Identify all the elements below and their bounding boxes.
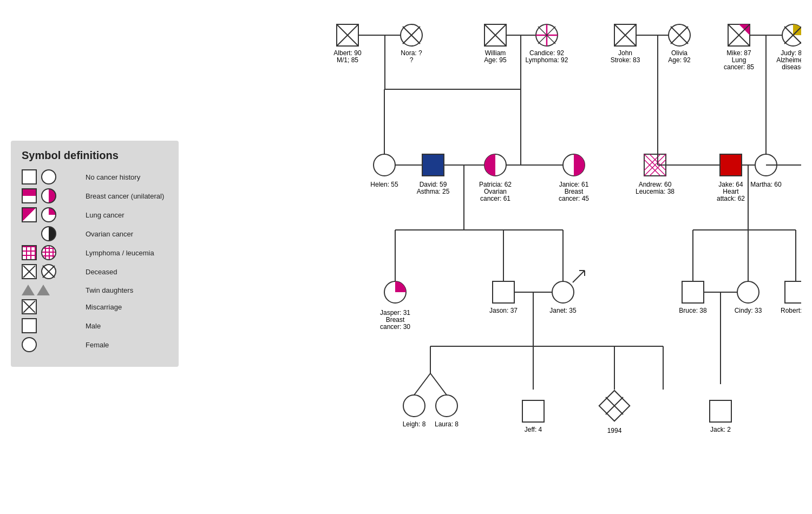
robert-name: Robert: 40 <box>781 307 801 314</box>
person-janet: Janet: 35 <box>549 271 585 314</box>
person-mike: Mike: 87 Lung cancer: 85 <box>724 24 754 71</box>
legend-label-breast: Breast cancer (unilateral) <box>86 192 164 200</box>
mike-detail1: Lung <box>732 56 746 64</box>
legend-row-lymphoma: Lymphoma / leucemia <box>22 245 168 260</box>
legend-label-female: Female <box>86 341 109 349</box>
legend-label-lymphoma: Lymphoma / leucemia <box>86 249 154 257</box>
legend-female-symbol <box>22 337 37 352</box>
svg-point-84 <box>737 281 759 303</box>
legend-row-deceased: Deceased <box>22 264 168 279</box>
pedigree-chart: Albert: 90 M/1; 85 Nora: ? ? William Age… <box>184 5 801 509</box>
person-robert: Robert: 40 <box>781 281 801 314</box>
person-albert: Albert: 90 M/1; 85 <box>333 24 362 64</box>
person-patricia: Patricia: 62 Ovarian cancer: 61 <box>479 154 512 202</box>
andrew-name: Andrew: 60 <box>639 181 672 188</box>
legend-twin-triangle-left <box>22 285 35 295</box>
judy-detail2: disease <box>782 63 801 71</box>
legend-row-breast: Breast cancer (unilateral) <box>22 188 168 203</box>
laura-name: Laura: 8 <box>435 420 459 428</box>
svg-line-75 <box>573 271 585 282</box>
person-helen: Helen: 55 <box>370 154 398 188</box>
person-nora: Nora: ? ? <box>401 24 422 64</box>
david-detail: Asthma: 25 <box>417 188 450 195</box>
svg-rect-95 <box>522 400 544 422</box>
person-olivia: Olivia Age: 92 <box>668 24 691 64</box>
person-cindy: Cindy: 33 <box>735 281 762 314</box>
candice-name: Candice: 92 <box>529 49 564 57</box>
person-jason: Jason: 37 <box>489 281 518 314</box>
albert-detail: M/1; 85 <box>337 56 358 64</box>
person-candice: Candice: 92 Lymphoma: 92 <box>526 24 568 64</box>
svg-point-93 <box>436 395 457 417</box>
nora-name: Nora: ? <box>401 49 422 57</box>
person-miscarriage: 1994 <box>599 391 630 434</box>
jasper-name: Jasper: 31 <box>380 309 410 317</box>
legend-circle-breast <box>41 188 56 203</box>
svg-rect-73 <box>493 281 514 303</box>
william-name: William <box>485 49 506 57</box>
patricia-name: Patricia: 62 <box>479 181 512 188</box>
martha-name: Martha: 60 <box>750 181 782 188</box>
legend-row-male: Male <box>22 318 168 333</box>
svg-rect-83 <box>682 281 704 303</box>
candice-detail: Lymphoma: 92 <box>526 56 568 64</box>
jasper-detail1: Breast <box>386 316 405 324</box>
janice-detail2: cancer: 45 <box>559 195 589 202</box>
janice-detail1: Breast <box>565 188 584 195</box>
svg-point-92 <box>403 395 425 417</box>
mike-detail2: cancer: 85 <box>724 63 754 71</box>
legend-square-no-cancer <box>22 169 37 184</box>
legend-row-miscarriage: Miscarriage <box>22 299 168 314</box>
legend-twin-triangle-right <box>37 285 50 295</box>
legend-title: Symbol definitions <box>22 149 168 162</box>
svg-rect-42 <box>422 154 444 176</box>
legend-row-lung: Lung cancer <box>22 207 168 222</box>
legend-square-breast <box>22 188 37 203</box>
svg-rect-86 <box>785 281 801 303</box>
person-jack: Jack: 2 <box>710 400 731 433</box>
person-andrew: Andrew: 60 Leucemia: 38 <box>636 154 675 195</box>
svg-rect-103 <box>710 400 731 422</box>
albert-name: Albert: 90 <box>333 49 362 57</box>
patricia-detail2: cancer: 61 <box>480 195 510 202</box>
judy-name: Judy: 87 <box>781 49 801 57</box>
mike-name: Mike: 87 <box>726 49 751 57</box>
william-detail: Age: 95 <box>484 56 507 64</box>
legend-panel: Symbol definitions No cancer history Bre… <box>11 141 179 367</box>
legend-row-twin: Twin daughters <box>22 285 168 295</box>
person-martha: Martha: 60 <box>750 154 782 188</box>
cindy-name: Cindy: 33 <box>735 307 762 314</box>
person-judy: Judy: 87 Alzheimer's disease <box>776 24 801 71</box>
person-john: John Stroke: 83 <box>611 24 640 64</box>
patricia-detail1: Ovarian <box>484 188 507 195</box>
legend-male-symbol <box>22 318 37 333</box>
legend-label-no-cancer: No cancer history <box>86 173 140 181</box>
legend-circle-lung <box>41 207 56 222</box>
nora-detail: ? <box>410 56 414 64</box>
leigh-name: Leigh: 8 <box>403 420 426 428</box>
person-leigh: Leigh: 8 <box>403 395 426 428</box>
andrew-detail: Leucemia: 38 <box>636 188 675 195</box>
person-david: David: 59 Asthma: 25 <box>417 154 450 195</box>
legend-miscarriage-symbol <box>22 299 37 314</box>
legend-row-no-cancer: No cancer history <box>22 169 168 184</box>
bruce-name: Bruce: 38 <box>679 307 707 314</box>
legend-label-male: Male <box>86 322 101 330</box>
david-name: David: 59 <box>420 181 447 188</box>
legend-row-female: Female <box>22 337 168 352</box>
legend-label-deceased: Deceased <box>86 268 117 276</box>
person-jasper: Jasper: 31 Breast cancer: 30 <box>380 281 410 331</box>
olivia-detail: Age: 92 <box>668 56 691 64</box>
legend-label-lung: Lung cancer <box>86 211 125 219</box>
legend-circle-no-cancer <box>41 169 56 184</box>
legend-square-lymphoma <box>22 245 37 260</box>
legend-square-lung <box>22 207 37 222</box>
svg-line-91 <box>430 373 447 395</box>
person-jake: Jake: 64 Heart attack: 62 <box>717 154 745 202</box>
jake-name: Jake: 64 <box>718 181 743 188</box>
janet-name: Janet: 35 <box>549 307 577 314</box>
jasper-detail2: cancer: 30 <box>380 323 410 331</box>
person-laura: Laura: 8 <box>435 395 459 428</box>
jake-detail1: Heart <box>723 188 739 195</box>
legend-circle-deceased <box>41 264 56 279</box>
